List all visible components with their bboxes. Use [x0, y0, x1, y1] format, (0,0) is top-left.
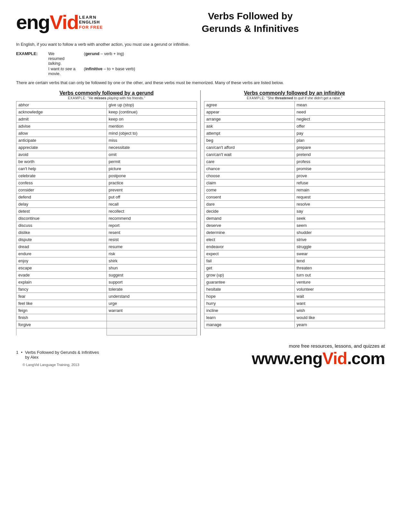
intro-paragraph1: In English, if you want to follow a verb…: [16, 41, 385, 48]
list-item: manage: [204, 321, 294, 328]
infinitive-example-line: EXAMPLE: "She threatened to quit if she …: [204, 96, 385, 100]
list-item: seek: [295, 215, 385, 222]
list-item: chance: [204, 165, 294, 172]
list-item: threaten: [295, 265, 385, 272]
list-item: hesitate: [204, 286, 294, 293]
list-item: elect: [204, 236, 294, 243]
list-item: ask: [204, 123, 294, 130]
gerund-header: Verbs commonly followed by a gerund EXAM…: [16, 90, 197, 100]
list-item: resume: [107, 243, 197, 250]
infinitive-col1: agreeappeararrangeaskattemptbegcan/can't…: [204, 102, 295, 328]
list-item: seem: [295, 222, 385, 229]
list-item: keep on: [107, 116, 197, 123]
example-table: EXAMPLE: We resumed talking. (gerund – v…: [16, 51, 154, 76]
list-item: expect: [204, 250, 294, 257]
list-item: resolve: [295, 201, 385, 208]
list-item: give up (stop): [107, 102, 197, 109]
list-item: get: [204, 265, 294, 272]
list-item: turn out: [295, 272, 385, 279]
footer-left: 1 • Verbs Followed by Gerunds & Infiniti…: [16, 350, 252, 367]
list-item: learn: [204, 314, 294, 321]
website-url: www.engVid.com: [252, 350, 385, 367]
list-item: wait: [295, 293, 385, 300]
list-item: grow (up): [204, 272, 294, 279]
infinitive-col2: meanneedneglectofferpayplanpreparepreten…: [295, 102, 385, 328]
list-item: urge: [107, 300, 197, 307]
list-item: resist: [107, 236, 197, 243]
list-item: dispute: [16, 236, 107, 243]
list-item: wish: [295, 307, 385, 314]
example2-definition: (infinitive – to + base verb): [84, 66, 154, 76]
list-item: report: [107, 222, 197, 229]
list-item: neglect: [295, 116, 385, 123]
example1-sentence: We resumed talking.: [48, 51, 84, 66]
list-item: recollect: [107, 208, 197, 215]
logo-learn: LEARN: [79, 15, 103, 20]
list-item: picture: [107, 165, 197, 172]
list-item: can/can't wait: [204, 151, 294, 158]
list-item: confess: [16, 179, 107, 187]
list-item: dare: [204, 201, 294, 208]
list-item: incline: [204, 307, 294, 314]
logo-area: engVid LEARN ENGLISH FOR FREE: [16, 12, 103, 32]
list-item: beg: [204, 137, 294, 144]
list-item: determine: [204, 229, 294, 236]
list-item: care: [204, 158, 294, 165]
list-item: abhor: [16, 102, 107, 109]
list-item: feel like: [16, 300, 107, 307]
list-item: remain: [295, 187, 385, 194]
logo-eng: eng: [16, 12, 50, 32]
infinitive-column: Verbs commonly followed by an infinitive…: [201, 90, 385, 335]
page-header: engVid LEARN ENGLISH FOR FREE Verbs Foll…: [16, 10, 385, 35]
list-item: support: [107, 279, 197, 286]
list-item: suggest: [107, 272, 197, 279]
gerund-word-grid: abhoracknowledgeadmitadviseallowanticipa…: [16, 101, 197, 335]
list-item: finish: [16, 314, 107, 321]
list-item: strive: [295, 236, 385, 243]
list-item: keep (continue): [107, 109, 197, 116]
list-item: advise: [16, 123, 107, 130]
infinitive-header: Verbs commonly followed by an infinitive…: [204, 90, 385, 100]
gerund-heading: Verbs commonly followed by a gerund: [16, 90, 197, 96]
list-item: appreciate: [16, 144, 107, 151]
list-item: omit: [107, 151, 197, 158]
list-item: detest: [16, 208, 107, 215]
list-item: endure: [16, 250, 107, 257]
list-item: mention: [107, 123, 197, 130]
intro-section: In English, if you want to follow a verb…: [16, 41, 385, 86]
list-item: endeavor: [204, 243, 294, 250]
list-item: promise: [295, 165, 385, 172]
list-item: consent: [204, 194, 294, 201]
list-item: prove: [295, 172, 385, 179]
list-item: permit: [107, 158, 197, 165]
list-item: shirk: [107, 257, 197, 265]
list-item: choose: [204, 172, 294, 179]
list-item: enjoy: [16, 257, 107, 265]
list-item: struggle: [295, 243, 385, 250]
list-item: refuse: [295, 179, 385, 187]
list-item: claim: [204, 179, 294, 187]
list-item: tolerate: [107, 286, 197, 293]
list-item: [107, 314, 197, 321]
list-item: dread: [16, 243, 107, 250]
list-item: mind (object to): [107, 130, 197, 137]
list-item: fail: [204, 257, 294, 265]
list-item: can't help: [16, 165, 107, 172]
logo-vid: Vid: [50, 12, 78, 32]
main-columns: Verbs commonly followed by a gerund EXAM…: [16, 90, 385, 335]
gerund-col2: give up (stop)keep (continue)keep onment…: [107, 102, 197, 335]
page-title: Verbs Followed by Gerunds & Infinitives: [116, 10, 385, 35]
list-item: guarantee: [204, 279, 294, 286]
list-item: shun: [107, 265, 197, 272]
lesson-title: Verbs Followed by Gerunds & Infinitives: [25, 350, 99, 355]
list-item: discuss: [16, 222, 107, 229]
list-item: miss: [107, 137, 197, 144]
list-item: come: [204, 187, 294, 194]
infinitive-word-grid: agreeappeararrangeaskattemptbegcan/can't…: [204, 101, 385, 328]
list-item: risk: [107, 250, 197, 257]
footer: 1 • Verbs Followed by Gerunds & Infiniti…: [16, 343, 385, 367]
list-item: demand: [204, 215, 294, 222]
list-item: decide: [204, 208, 294, 215]
list-item: delay: [16, 201, 107, 208]
list-item: [107, 321, 197, 328]
